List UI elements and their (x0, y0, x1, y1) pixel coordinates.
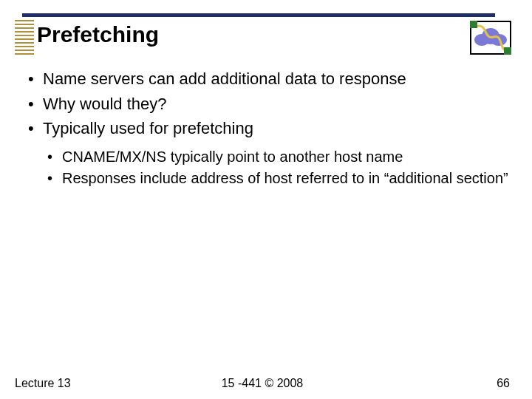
bullet-item: CNAME/MX/NS typically point to another h… (47, 147, 510, 167)
title-rule (22, 13, 495, 17)
logo-icon (470, 21, 511, 55)
bullet-list-secondary: CNAME/MX/NS typically point to another h… (47, 147, 510, 188)
slide-title: Prefetching (37, 22, 159, 47)
slide: Prefetching Name servers can add additio… (0, 0, 532, 399)
bullet-item: Responses include address of host referr… (47, 168, 510, 188)
bullet-item: Why would they? (27, 93, 510, 115)
bullet-item: Name servers can add additional data to … (27, 68, 510, 90)
bullet-item: Typically used for prefetching (27, 117, 510, 140)
bullet-list-primary: Name servers can add additional data to … (27, 68, 510, 140)
footer-center: 15 -441 © 2008 (15, 377, 510, 390)
slide-footer: Lecture 13 15 -441 © 2008 66 (15, 377, 510, 390)
slide-body: Name servers can add additional data to … (27, 68, 510, 190)
title-stripes (15, 20, 34, 57)
